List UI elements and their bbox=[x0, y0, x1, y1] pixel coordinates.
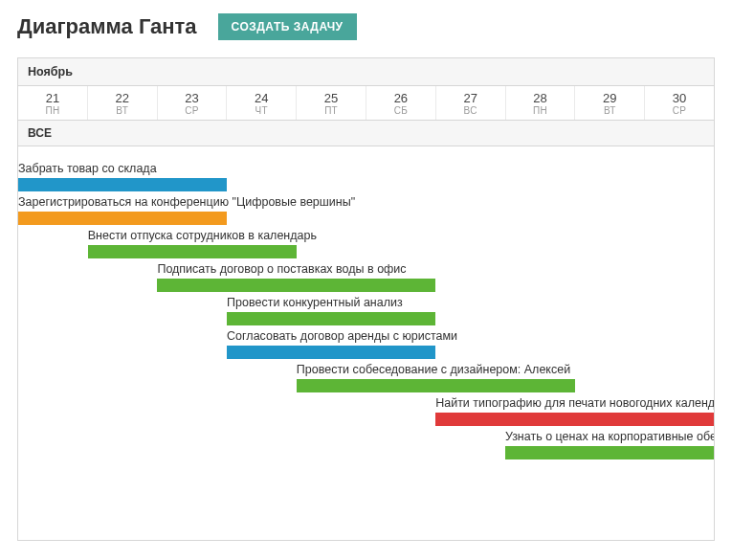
day-weekday: ПН bbox=[18, 105, 87, 116]
day-number: 25 bbox=[297, 91, 366, 105]
day-number: 21 bbox=[18, 91, 87, 105]
day-column: 21ПН bbox=[18, 86, 88, 120]
gantt-task-row[interactable]: Найти типографию для печати новогодних к… bbox=[18, 396, 714, 430]
day-weekday: ВТ bbox=[88, 105, 157, 116]
gantt-task-row[interactable]: Внести отпуска сотрудников в календарь bbox=[18, 229, 714, 262]
gantt-task-label: Найти типографию для печати новогодних к… bbox=[435, 396, 715, 411]
day-weekday: ПН bbox=[506, 105, 575, 116]
gantt-bar[interactable] bbox=[227, 346, 435, 359]
day-number: 24 bbox=[227, 91, 296, 105]
page-title: Диаграмма Ганта bbox=[17, 14, 197, 39]
gantt-bar[interactable] bbox=[505, 446, 714, 459]
gantt-bar[interactable] bbox=[18, 178, 227, 191]
day-weekday: ПТ bbox=[297, 105, 366, 116]
gantt-task-row[interactable]: Провести собеседование с дизайнером: Але… bbox=[18, 363, 714, 396]
day-column: 23СР bbox=[158, 86, 228, 120]
day-number: 22 bbox=[88, 91, 157, 105]
day-number: 23 bbox=[158, 91, 227, 105]
gantt-task-label: Узнать о ценах на корпоративные обеды bbox=[505, 430, 715, 444]
create-task-button[interactable]: СОЗДАТЬ ЗАДАЧУ bbox=[218, 13, 357, 40]
day-column: 27ВС bbox=[436, 86, 506, 120]
day-weekday: ВС bbox=[436, 105, 505, 116]
day-column: 22ВТ bbox=[88, 86, 158, 120]
gantt-task-label: Забрать товар со склада bbox=[18, 162, 157, 176]
gantt-task-label: Провести собеседование с дизайнером: Але… bbox=[297, 363, 570, 377]
day-weekday: СР bbox=[645, 105, 714, 116]
gantt-bar[interactable] bbox=[88, 245, 297, 258]
gantt-task-row[interactable]: Забрать товар со склада bbox=[18, 162, 714, 195]
gantt-task-row[interactable]: Провести конкурентный анализ bbox=[18, 296, 714, 329]
day-column: 28ПН bbox=[506, 86, 576, 120]
day-number: 26 bbox=[366, 91, 435, 105]
day-number: 29 bbox=[575, 91, 644, 105]
gantt-task-label: Провести конкурентный анализ bbox=[227, 296, 403, 310]
day-weekday: ВТ bbox=[575, 105, 644, 116]
gantt-bar[interactable] bbox=[297, 379, 575, 392]
gantt-bar[interactable] bbox=[157, 279, 435, 292]
gantt-task-label: Зарегистрироваться на конференцию "Цифро… bbox=[18, 195, 355, 210]
gantt-task-label: Внести отпуска сотрудников в календарь bbox=[88, 229, 317, 243]
day-column: 25ПТ bbox=[297, 86, 366, 120]
day-weekday: СБ bbox=[366, 105, 435, 116]
day-column: 30СР bbox=[645, 86, 714, 120]
gantt-task-row[interactable]: Узнать о ценах на корпоративные обеды bbox=[18, 430, 714, 463]
day-weekday: ЧТ bbox=[227, 105, 296, 116]
day-column: 26СБ bbox=[366, 86, 436, 120]
gantt-bar[interactable] bbox=[435, 413, 714, 426]
gantt-bars-area: Забрать товар со складаЗарегистрироватьс… bbox=[18, 146, 714, 540]
gantt-bar[interactable] bbox=[18, 212, 227, 225]
gantt-task-row[interactable]: Согласовать договор аренды с юристами bbox=[18, 329, 714, 363]
gantt-task-label: Согласовать договор аренды с юристами bbox=[227, 329, 457, 344]
day-weekday: СР bbox=[158, 105, 227, 116]
day-number: 28 bbox=[506, 91, 575, 105]
day-number: 27 bbox=[436, 91, 505, 105]
gantt-chart: Ноябрь 21ПН22ВТ23СР24ЧТ25ПТ26СБ27ВС28ПН2… bbox=[17, 57, 715, 541]
day-column: 29ВТ bbox=[575, 86, 645, 120]
gantt-task-row[interactable]: Зарегистрироваться на конференцию "Цифро… bbox=[18, 195, 714, 229]
month-label: Ноябрь bbox=[18, 58, 714, 86]
gantt-bar[interactable] bbox=[227, 312, 435, 325]
all-row-label: ВСЕ bbox=[18, 121, 714, 146]
gantt-task-label: Подписать договор о поставках воды в офи… bbox=[157, 262, 406, 277]
gantt-task-row[interactable]: Подписать договор о поставках воды в офи… bbox=[18, 262, 714, 296]
days-header: 21ПН22ВТ23СР24ЧТ25ПТ26СБ27ВС28ПН29ВТ30СР bbox=[18, 86, 714, 121]
day-number: 30 bbox=[645, 91, 714, 105]
day-column: 24ЧТ bbox=[227, 86, 297, 120]
page-header: Диаграмма Ганта СОЗДАТЬ ЗАДАЧУ bbox=[17, 13, 715, 40]
